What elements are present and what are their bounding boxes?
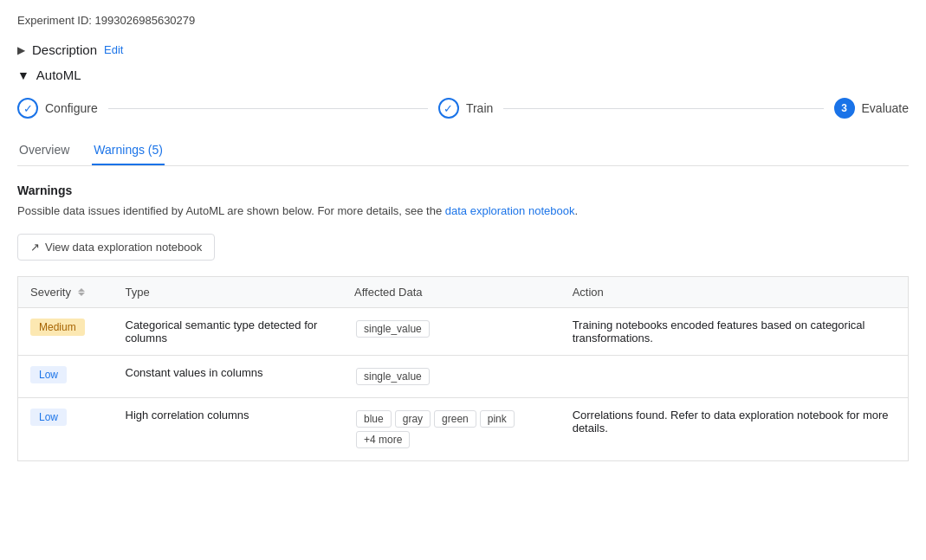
severity-badge: Low xyxy=(30,366,67,383)
view-notebook-button[interactable]: ↗ View data exploration notebook xyxy=(17,234,215,261)
step-line-1 xyxy=(108,108,428,109)
automl-arrow[interactable]: ▼ xyxy=(17,68,29,82)
severity-sort-icon[interactable] xyxy=(78,288,85,296)
warnings-title: Warnings xyxy=(17,183,909,197)
warnings-description: Possible data issues identified by AutoM… xyxy=(17,203,909,220)
train-label: Train xyxy=(466,101,493,115)
th-action: Action xyxy=(560,276,909,307)
evaluate-icon: 3 xyxy=(834,98,855,119)
severity-badge: Medium xyxy=(30,319,85,336)
train-icon: ✓ xyxy=(438,98,459,119)
tab-overview[interactable]: Overview xyxy=(17,136,71,165)
warnings-table: Severity Type Affected Data Action Mediu… xyxy=(17,276,909,461)
experiment-id: Experiment ID: 1993026985630279 xyxy=(17,14,909,27)
affected-data-cell: single_value xyxy=(342,355,560,397)
affected-data-cell: single_value xyxy=(342,307,560,355)
step-train: ✓ Train xyxy=(438,98,493,119)
description-edit-link[interactable]: Edit xyxy=(104,43,123,56)
step-line-2 xyxy=(503,108,823,109)
step-evaluate: 3 Evaluate xyxy=(834,98,909,119)
severity-cell: Low xyxy=(18,355,113,397)
data-tag: gray xyxy=(395,410,431,428)
automl-section-header: ▼ AutoML xyxy=(17,68,909,82)
tabs-bar: Overview Warnings (5) xyxy=(17,136,909,166)
type-cell: High correlation columns xyxy=(113,397,343,460)
data-tag: green xyxy=(434,410,476,428)
external-link-icon: ↗ xyxy=(30,241,40,254)
description-arrow[interactable]: ▶ xyxy=(17,44,25,56)
data-tag: blue xyxy=(356,410,392,428)
th-affected-data: Affected Data xyxy=(342,276,560,307)
stepper: ✓ Configure ✓ Train 3 Evaluate xyxy=(17,98,909,119)
th-severity: Severity xyxy=(18,276,113,307)
severity-badge: Low xyxy=(30,409,67,426)
description-title: Description xyxy=(32,42,97,57)
affected-data-cell: bluegraygreenpink+4 more xyxy=(342,397,560,460)
step-configure: ✓ Configure xyxy=(17,98,98,119)
severity-cell: Low xyxy=(18,397,113,460)
data-tag: +4 more xyxy=(356,431,410,448)
automl-title: AutoML xyxy=(36,68,81,82)
data-tag: pink xyxy=(480,410,515,428)
severity-cell: Medium xyxy=(18,307,113,355)
th-type: Type xyxy=(113,276,343,307)
configure-label: Configure xyxy=(45,101,98,115)
configure-icon: ✓ xyxy=(17,98,38,119)
type-cell: Categorical semantic type detected for c… xyxy=(113,307,343,355)
data-tag: single_value xyxy=(356,368,430,385)
description-section-header: ▶ Description Edit xyxy=(17,42,909,57)
action-cell xyxy=(560,355,909,397)
table-row: MediumCategorical semantic type detected… xyxy=(18,307,909,355)
notebook-link[interactable]: data exploration notebook xyxy=(445,204,575,217)
table-row: LowHigh correlation columnsbluegraygreen… xyxy=(18,397,909,460)
action-cell: Training notebooks encoded features base… xyxy=(560,307,909,355)
tab-warnings[interactable]: Warnings (5) xyxy=(92,136,165,165)
evaluate-label: Evaluate xyxy=(862,101,909,115)
data-tag: single_value xyxy=(356,320,430,338)
table-row: LowConstant values in columnssingle_valu… xyxy=(18,355,909,397)
warnings-section: Warnings Possible data issues identified… xyxy=(17,183,909,461)
action-cell: Correlations found. Refer to data explor… xyxy=(560,397,909,460)
type-cell: Constant values in columns xyxy=(113,355,343,397)
